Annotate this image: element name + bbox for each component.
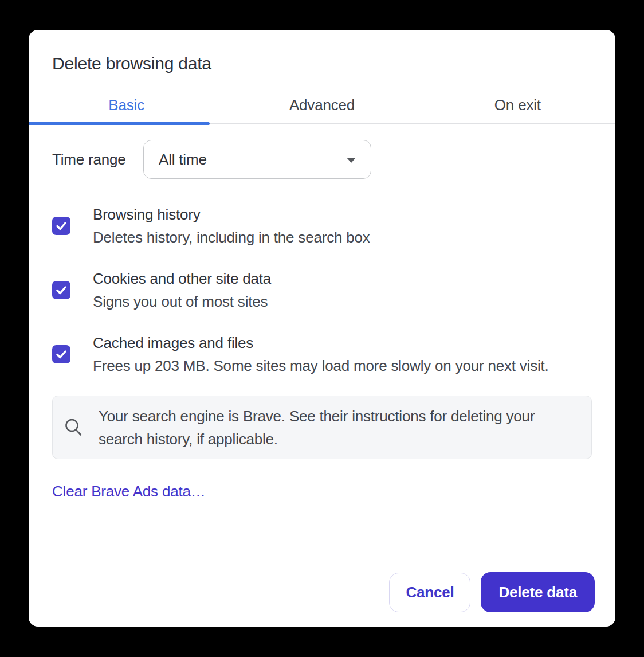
checkbox-title: Cookies and other site data (93, 267, 271, 290)
delete-browsing-data-dialog: Delete browsing data Basic Advanced On e… (29, 30, 615, 627)
time-range-selected-value: All time (159, 151, 207, 169)
checkbox-text: Cached images and files Frees up 203 MB.… (93, 331, 549, 377)
delete-data-button[interactable]: Delete data (481, 572, 595, 612)
cookies-checkbox[interactable] (52, 281, 70, 299)
time-range-select[interactable]: All time (143, 140, 371, 179)
checkbox-title: Browsing history (93, 203, 370, 226)
search-icon (64, 418, 84, 437)
checkbox-subtitle: Signs you out of most sites (93, 290, 271, 313)
cookies-row: Cookies and other site data Signs you ou… (52, 267, 592, 313)
checkmark-icon (54, 283, 68, 297)
search-engine-info-text: Your search engine is Brave. See their i… (99, 405, 570, 451)
browsing-history-checkbox[interactable] (52, 217, 70, 235)
time-range-row: Time range All time (52, 140, 592, 179)
dialog-body: Time range All time Browsing history Del… (29, 140, 615, 500)
tab-basic[interactable]: Basic (29, 96, 224, 114)
dialog-title: Delete browsing data (52, 53, 592, 75)
checkmark-icon (54, 219, 68, 233)
checkbox-list: Browsing history Deletes history, includ… (52, 203, 592, 377)
tab-bar: Basic Advanced On exit (29, 87, 615, 124)
tab-on-exit[interactable]: On exit (420, 96, 615, 114)
cancel-button[interactable]: Cancel (389, 573, 470, 612)
cached-images-row: Cached images and files Frees up 203 MB.… (52, 331, 592, 377)
time-range-label: Time range (52, 151, 143, 169)
active-tab-indicator (29, 122, 210, 125)
checkbox-subtitle: Frees up 203 MB. Some sites may load mor… (93, 354, 549, 377)
tab-advanced[interactable]: Advanced (224, 96, 419, 114)
checkmark-icon (54, 347, 68, 361)
clear-brave-ads-data-link[interactable]: Clear Brave Ads data… (52, 483, 206, 500)
dialog-actions: Cancel Delete data (389, 572, 595, 612)
checkbox-title: Cached images and files (93, 331, 549, 354)
search-engine-info-box: Your search engine is Brave. See their i… (52, 396, 592, 459)
cached-images-checkbox[interactable] (52, 345, 70, 363)
screen-backdrop: Delete browsing data Basic Advanced On e… (0, 0, 644, 657)
checkbox-subtitle: Deletes history, including in the search… (93, 226, 370, 249)
checkbox-text: Cookies and other site data Signs you ou… (93, 267, 271, 313)
dropdown-caret-icon (347, 158, 356, 163)
checkbox-text: Browsing history Deletes history, includ… (93, 203, 370, 249)
browsing-history-row: Browsing history Deletes history, includ… (52, 203, 592, 249)
